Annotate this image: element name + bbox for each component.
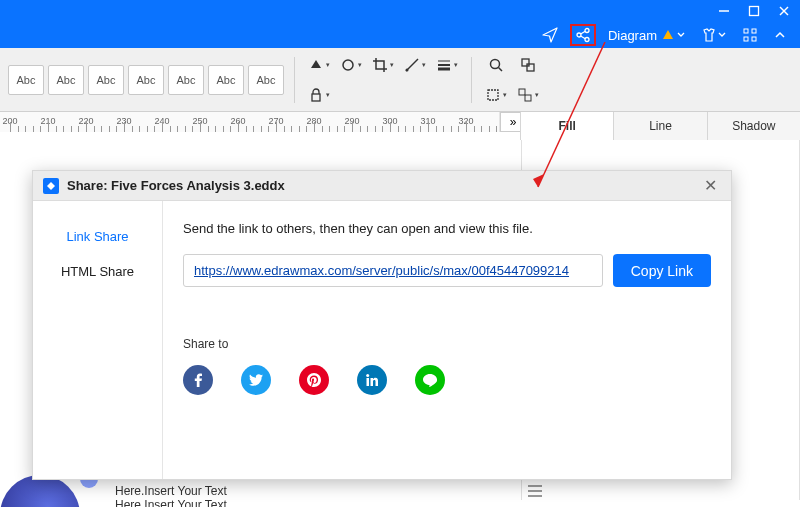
ruler-tick-minor xyxy=(33,126,34,132)
ruler-tick-minor xyxy=(322,126,323,132)
link-row: https://www.edrawmax.com/server/public/s… xyxy=(183,254,711,287)
crop-tool-icon[interactable]: ▾ xyxy=(369,53,397,77)
minimize-button[interactable] xyxy=(718,5,730,17)
ruler-tick-minor xyxy=(215,126,216,132)
share-description: Send the link to others, then they can o… xyxy=(183,221,711,236)
ruler-tick-minor xyxy=(170,126,171,132)
diagram-menu[interactable]: Diagram xyxy=(604,24,689,46)
style-swatch[interactable]: Abc xyxy=(168,65,204,95)
ruler-tick-minor xyxy=(367,126,368,132)
ruler-tick-minor xyxy=(94,126,95,132)
share-to-label: Share to xyxy=(183,337,711,351)
linkedin-icon[interactable] xyxy=(357,365,387,395)
ruler-tick-minor xyxy=(375,126,376,132)
line-chat-icon[interactable] xyxy=(415,365,445,395)
dialog-close-button[interactable]: ✕ xyxy=(700,176,721,195)
svg-rect-23 xyxy=(527,64,534,71)
copy-link-button[interactable]: Copy Link xyxy=(613,254,711,287)
ruler-tick-minor xyxy=(489,126,490,132)
ruler-tick-minor xyxy=(443,126,444,132)
group-icon[interactable]: ▾ xyxy=(514,83,542,107)
shirt-icon[interactable] xyxy=(697,24,730,46)
svg-point-14 xyxy=(343,60,353,70)
svg-rect-22 xyxy=(522,59,529,66)
ruler-tick-minor xyxy=(261,126,262,132)
svg-point-6 xyxy=(585,38,589,42)
tab-fill[interactable]: Fill xyxy=(520,112,613,140)
ruler-tick-minor xyxy=(139,126,140,132)
tab-line[interactable]: Line xyxy=(613,112,706,140)
twitter-icon[interactable] xyxy=(241,365,271,395)
ruler-tick xyxy=(162,122,163,132)
svg-point-5 xyxy=(585,29,589,33)
ruler-tick xyxy=(428,122,429,132)
style-swatch[interactable]: Abc xyxy=(208,65,244,95)
ruler-tick-minor xyxy=(291,126,292,132)
style-swatch[interactable]: Abc xyxy=(128,65,164,95)
ruler-tick xyxy=(48,122,49,132)
collapse-ribbon-icon[interactable] xyxy=(770,24,790,46)
line-style-icon[interactable]: ▾ xyxy=(433,53,461,77)
sidebar-item-link-share[interactable]: Link Share xyxy=(33,219,162,254)
search-icon[interactable] xyxy=(482,53,510,77)
ruler-tick xyxy=(86,122,87,132)
facebook-icon[interactable] xyxy=(183,365,213,395)
svg-rect-11 xyxy=(752,29,756,33)
replace-icon[interactable] xyxy=(514,53,542,77)
line-tool-icon[interactable]: ▾ xyxy=(401,53,429,77)
pinterest-icon[interactable] xyxy=(299,365,329,395)
canvas-text-placeholder[interactable]: Here.Insert Your Text Here.Insert Your T… xyxy=(115,484,227,507)
dialog-body: Link Share HTML Share Send the link to o… xyxy=(33,201,731,479)
ruler-tick-minor xyxy=(405,126,406,132)
ruler-tick-minor xyxy=(382,126,383,132)
ruler-tick-minor xyxy=(78,126,79,132)
ruler-tick-minor xyxy=(147,126,148,132)
svg-rect-24 xyxy=(488,90,498,100)
apps-icon[interactable] xyxy=(738,24,762,46)
close-button[interactable] xyxy=(778,5,790,17)
dialog-title: Share: Five Forces Analysis 3.eddx xyxy=(67,178,285,193)
ruler-tick-minor xyxy=(458,126,459,132)
svg-marker-9 xyxy=(663,30,673,39)
sidebar-item-html-share[interactable]: HTML Share xyxy=(33,254,162,289)
tab-shadow[interactable]: Shadow xyxy=(707,112,800,140)
share-icon[interactable] xyxy=(570,24,596,46)
ruler-tick-minor xyxy=(413,126,414,132)
ruler-tick-minor xyxy=(63,126,64,132)
style-swatch[interactable]: Abc xyxy=(248,65,284,95)
ruler-tick-minor xyxy=(208,126,209,132)
ruler-tick xyxy=(124,122,125,132)
send-icon[interactable] xyxy=(538,24,562,46)
ruler-tick xyxy=(200,122,201,132)
style-swatch[interactable]: Abc xyxy=(8,65,44,95)
ruler-tick-minor xyxy=(56,126,57,132)
maximize-button[interactable] xyxy=(748,5,760,17)
dialog-header: Share: Five Forces Analysis 3.eddx ✕ xyxy=(33,171,731,201)
ruler-tick xyxy=(10,122,11,132)
dialog-main: Send the link to others, then they can o… xyxy=(163,201,731,479)
ruler-tick-minor xyxy=(436,126,437,132)
shape-styles-gallery[interactable]: Abc Abc Abc Abc Abc Abc Abc xyxy=(8,65,284,95)
style-swatch[interactable]: Abc xyxy=(88,65,124,95)
ruler-tick-minor xyxy=(25,126,26,132)
svg-rect-1 xyxy=(750,7,759,16)
ruler-tick-minor xyxy=(116,126,117,132)
lock-tool-icon[interactable]: ▾ xyxy=(305,83,333,107)
share-url-field[interactable]: https://www.edrawmax.com/server/public/s… xyxy=(183,254,603,287)
ruler-tick xyxy=(466,122,467,132)
ruler-tick xyxy=(314,122,315,132)
share-dialog: Share: Five Forces Analysis 3.eddx ✕ Lin… xyxy=(32,170,732,480)
app-logo-icon xyxy=(43,178,59,194)
ruler-tick-minor xyxy=(420,126,421,132)
shadow-tool-icon[interactable]: ▾ xyxy=(337,53,365,77)
select-icon[interactable]: ▾ xyxy=(482,83,510,107)
panel-grip-icon[interactable] xyxy=(528,485,542,497)
ruler-tick xyxy=(352,122,353,132)
style-swatch[interactable]: Abc xyxy=(48,65,84,95)
ruler-tick xyxy=(276,122,277,132)
ruler-tick xyxy=(390,122,391,132)
fill-tool-icon[interactable]: ▾ xyxy=(305,53,333,77)
svg-rect-10 xyxy=(744,29,748,33)
ruler-tick-minor xyxy=(474,126,475,132)
toolbar-separator xyxy=(471,57,472,103)
